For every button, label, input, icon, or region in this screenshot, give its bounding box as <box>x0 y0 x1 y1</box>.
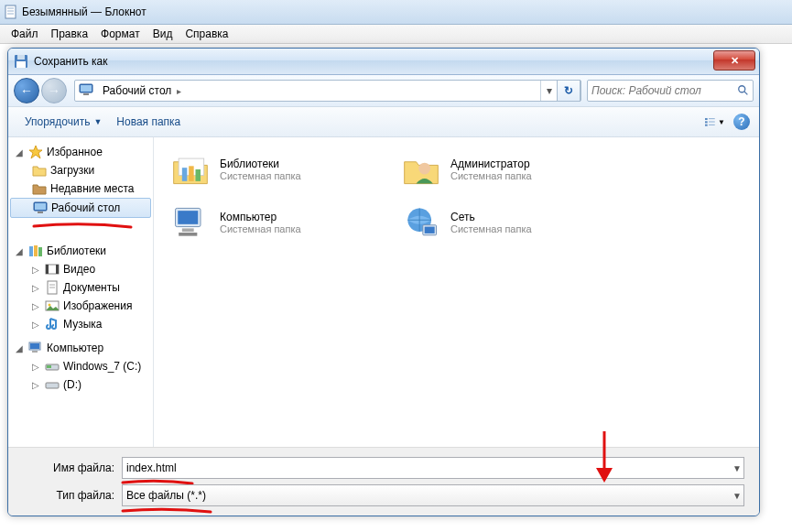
sidebar-libraries[interactable]: ◢Библиотеки <box>8 242 153 260</box>
pictures-icon <box>45 299 60 313</box>
arrow-right-icon: → <box>48 83 60 98</box>
help-button[interactable]: ? <box>733 114 750 130</box>
collapse-icon[interactable]: ◢ <box>16 246 25 256</box>
svg-rect-12 <box>705 118 708 120</box>
forward-button[interactable]: → <box>41 78 67 103</box>
filetype-value: Все файлы (*.*) <box>126 489 206 502</box>
drive-icon <box>45 359 60 374</box>
file-item[interactable]: АдминистраторСистемная папка <box>396 147 623 192</box>
sidebar-desktop[interactable]: Рабочий стол <box>10 198 151 218</box>
file-item[interactable]: КомпьютерСистемная папка <box>165 200 392 245</box>
expand-icon[interactable]: ▷ <box>32 283 41 293</box>
sidebar[interactable]: ◢Избранное Загрузки Недавние места Рабоч… <box>8 137 154 447</box>
menu-format[interactable]: Формат <box>95 26 146 42</box>
close-icon: ✕ <box>731 55 739 67</box>
save-icon <box>14 54 28 69</box>
address-dropdown[interactable]: ▾ <box>540 81 558 101</box>
sidebar-downloads[interactable]: Загрузки <box>8 161 153 179</box>
libraries-icon <box>168 150 212 189</box>
bottom-fields: Имя файла: ▼ Тип файла: Все файлы (*.*) … <box>8 447 759 516</box>
organize-button[interactable]: Упорядочить ▼ <box>17 112 109 132</box>
files-pane[interactable]: БиблиотекиСистемная папка АдминистраторС… <box>154 137 759 447</box>
notepad-window: Безымянный — Блокнот Файл Правка Формат … <box>0 0 792 532</box>
new-folder-button[interactable]: Новая папка <box>109 112 188 132</box>
dialog-footer: ▲ Скрыть папки Кодировка: ANSI ▼ Сохрани… <box>8 516 759 516</box>
collapse-icon[interactable]: ◢ <box>16 343 25 353</box>
svg-rect-20 <box>35 203 46 210</box>
breadcrumb-location[interactable]: Рабочий стол <box>97 84 177 97</box>
sidebar-pictures[interactable]: ▷Изображения <box>8 297 153 315</box>
svg-rect-21 <box>38 212 43 213</box>
chevron-right-icon: ▸ <box>177 86 181 96</box>
address-bar[interactable]: Рабочий стол ▸ ▾ ↻ <box>74 80 581 102</box>
svg-rect-38 <box>46 383 59 388</box>
chevron-down-icon[interactable]: ▼ <box>732 491 742 501</box>
search-input[interactable] <box>588 84 733 97</box>
annotation-underline <box>121 507 212 515</box>
menu-edit[interactable]: Правка <box>46 26 94 42</box>
expand-icon[interactable]: ▷ <box>32 380 41 390</box>
svg-point-10 <box>738 86 744 92</box>
file-item[interactable]: БиблиотекиСистемная папка <box>165 147 392 192</box>
sidebar-computer[interactable]: ◢Компьютер <box>8 339 153 357</box>
menu-help[interactable]: Справка <box>179 26 233 42</box>
menu-view[interactable]: Вид <box>147 26 179 42</box>
view-mode-button[interactable]: ▼ <box>704 111 726 133</box>
sidebar-documents[interactable]: ▷Документы <box>8 278 153 297</box>
close-button[interactable]: ✕ <box>713 50 755 71</box>
filename-input[interactable] <box>126 461 740 474</box>
back-button[interactable]: ← <box>14 78 39 103</box>
svg-marker-18 <box>29 146 42 158</box>
desktop-icon <box>33 201 48 215</box>
main-titlebar[interactable]: Безымянный — Блокнот <box>0 0 792 25</box>
annotation-underline <box>32 223 133 230</box>
chevron-down-icon: ▾ <box>547 84 552 97</box>
expand-icon[interactable]: ▷ <box>32 362 41 372</box>
recent-icon <box>32 181 47 196</box>
svg-rect-35 <box>32 351 38 353</box>
sidebar-video[interactable]: ▷Видео <box>8 260 153 278</box>
sidebar-recent[interactable]: Недавние места <box>8 179 153 198</box>
expand-icon[interactable]: ▷ <box>32 320 41 330</box>
svg-rect-13 <box>705 121 708 123</box>
refresh-button[interactable]: ↻ <box>557 80 580 102</box>
network-icon <box>399 203 443 242</box>
computer-icon <box>28 341 43 355</box>
nav-row: ← → Рабочий стол ▸ ▾ ↻ <box>8 75 759 107</box>
user-icon <box>399 150 443 189</box>
filetype-combo[interactable]: Все файлы (*.*) ▼ <box>122 484 744 506</box>
libraries-icon <box>28 244 43 258</box>
sidebar-favorites[interactable]: ◢Избранное <box>8 143 153 161</box>
dialog-content: ◢Избранное Загрузки Недавние места Рабоч… <box>8 137 759 447</box>
notepad-icon <box>4 5 18 19</box>
svg-rect-8 <box>81 85 92 92</box>
sidebar-drive-d[interactable]: ▷(D:) <box>8 375 153 394</box>
svg-rect-47 <box>179 233 197 236</box>
svg-point-43 <box>418 163 430 175</box>
documents-icon <box>45 280 60 295</box>
collapse-icon[interactable]: ◢ <box>16 147 25 157</box>
search-icon[interactable] <box>733 84 753 97</box>
svg-rect-5 <box>17 55 25 60</box>
sidebar-drive-c[interactable]: ▷Windows_7 (C:) <box>8 357 153 375</box>
search-box[interactable] <box>587 80 754 102</box>
filetype-label: Тип файла: <box>23 489 122 502</box>
svg-rect-46 <box>182 228 194 232</box>
menu-file[interactable]: Файл <box>5 26 44 42</box>
file-item[interactable]: СетьСистемная папка <box>396 200 623 245</box>
filename-combo[interactable]: ▼ <box>122 457 744 479</box>
arrow-left-icon: ← <box>20 83 33 98</box>
folder-icon <box>32 163 47 178</box>
star-icon <box>28 145 43 159</box>
chevron-down-icon[interactable]: ▼ <box>732 463 742 473</box>
computer-icon <box>168 203 212 242</box>
main-menubar: Файл Правка Формат Вид Справка <box>0 25 792 44</box>
video-icon <box>45 262 60 277</box>
dialog-titlebar[interactable]: Сохранить как ✕ <box>8 49 759 75</box>
expand-icon[interactable]: ▷ <box>32 265 41 275</box>
svg-rect-9 <box>83 93 89 95</box>
expand-icon[interactable]: ▷ <box>32 301 41 311</box>
sidebar-music[interactable]: ▷Музыка <box>8 315 153 333</box>
svg-rect-26 <box>46 265 49 274</box>
svg-rect-45 <box>178 211 198 224</box>
